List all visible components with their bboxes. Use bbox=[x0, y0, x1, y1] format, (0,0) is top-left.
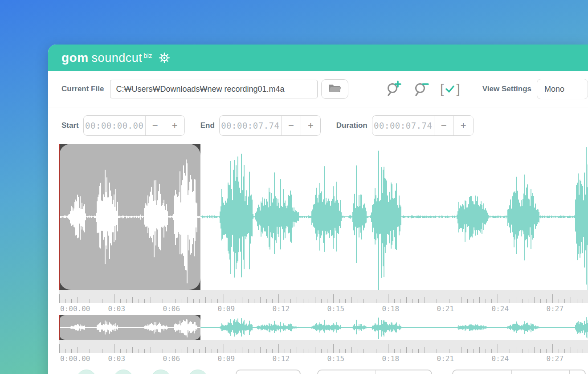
timeline-ruler[interactable] bbox=[59, 290, 588, 303]
overview-ruler[interactable] bbox=[59, 340, 588, 353]
timeline-labels: 0:00.000:030:060:090:120:150:180:210:240… bbox=[59, 303, 588, 315]
time-label: 0:27 bbox=[547, 305, 564, 313]
end-time-field[interactable]: 00:00:07.74 bbox=[220, 116, 281, 135]
duration-time-group: Duration 00:00:07.74 − + bbox=[336, 115, 474, 136]
desktop-background: { "header": { "brand_bold": "gom", "bran… bbox=[0, 0, 588, 374]
action-button-group-1[interactable] bbox=[236, 370, 301, 374]
logo-biz: biz bbox=[143, 52, 152, 59]
time-label: 0:03 bbox=[108, 354, 126, 363]
time-label: 0:15 bbox=[327, 354, 345, 363]
channel-mode-value: Mono bbox=[544, 85, 564, 94]
time-label: 0:24 bbox=[492, 305, 509, 313]
duration-label: Duration bbox=[336, 121, 368, 130]
start-plus-button[interactable]: + bbox=[165, 116, 184, 135]
view-settings-label: View Settings bbox=[482, 85, 531, 94]
zoom-in-icon[interactable] bbox=[385, 80, 403, 98]
duration-plus-button[interactable]: + bbox=[453, 116, 473, 135]
time-label: 0:18 bbox=[382, 305, 400, 313]
start-minus-button[interactable]: − bbox=[145, 116, 165, 135]
app-logo: gom soundcut biz bbox=[61, 51, 152, 65]
time-label: 0:12 bbox=[273, 354, 290, 363]
end-label: End bbox=[200, 121, 215, 130]
start-time-field[interactable]: 00:00:00.00 bbox=[84, 116, 145, 135]
action-button-group-3[interactable] bbox=[452, 370, 586, 374]
app-header: gom soundcut biz bbox=[48, 45, 588, 71]
file-path-value: C:₩Users₩Downloads₩new recording01.m4a bbox=[116, 85, 284, 94]
overview-labels: 0:00.000:030:060:090:120:150:180:210:240… bbox=[59, 353, 588, 365]
current-file-label: Current File bbox=[61, 85, 104, 94]
time-label: 0:18 bbox=[382, 354, 400, 363]
time-label: 0:12 bbox=[273, 305, 290, 313]
select-all-range-icon[interactable]: [ ] bbox=[440, 81, 460, 97]
time-label: 0:06 bbox=[163, 305, 180, 313]
waveform-section: 0:00.000:030:060:090:120:150:180:210:240… bbox=[59, 144, 588, 374]
time-label: 0:15 bbox=[327, 305, 345, 313]
overview-waveform[interactable] bbox=[59, 315, 588, 340]
start-label: Start bbox=[61, 121, 79, 130]
duration-minus-button[interactable]: − bbox=[434, 116, 453, 135]
end-plus-button[interactable]: + bbox=[301, 116, 320, 135]
start-time-group: Start 00:00:00.00 − + bbox=[61, 115, 185, 136]
time-label: 0:06 bbox=[163, 354, 180, 363]
end-minus-button[interactable]: − bbox=[281, 116, 301, 135]
logo-gom: gom bbox=[61, 51, 89, 65]
time-label: 0:24 bbox=[492, 354, 509, 363]
trim-controls: Start 00:00:00.00 − + End 00:00:07.74 − … bbox=[48, 107, 588, 144]
transport-button-3[interactable] bbox=[151, 370, 171, 374]
time-label: 0:00.00 bbox=[60, 354, 90, 363]
time-label: 0:00.00 bbox=[60, 305, 90, 313]
duration-time-field[interactable]: 00:00:07.74 bbox=[372, 116, 434, 135]
file-toolbar: Current File C:₩Users₩Downloads₩new reco… bbox=[48, 71, 588, 107]
main-waveform[interactable] bbox=[59, 144, 588, 290]
time-label: 0:09 bbox=[218, 305, 235, 313]
logo-soundcut: soundcut bbox=[92, 51, 143, 65]
playback-toolbar bbox=[59, 370, 588, 374]
settings-gear-icon[interactable] bbox=[158, 52, 171, 66]
time-label: 0:09 bbox=[218, 354, 235, 363]
time-label: 0:27 bbox=[547, 354, 564, 363]
file-path-input[interactable]: C:₩Users₩Downloads₩new recording01.m4a bbox=[110, 80, 318, 98]
end-time-group: End 00:00:07.74 − + bbox=[200, 115, 321, 136]
wave-tools: [ ] bbox=[385, 80, 460, 98]
open-file-button[interactable] bbox=[321, 79, 348, 99]
folder-open-icon bbox=[328, 83, 341, 95]
channel-mode-select[interactable]: Mono bbox=[537, 79, 588, 99]
action-button-group-2[interactable] bbox=[317, 370, 432, 374]
time-label: 0:03 bbox=[108, 305, 126, 313]
time-label: 0:21 bbox=[437, 305, 454, 313]
app-window: gom soundcut biz Current File C:₩Users₩D… bbox=[48, 45, 588, 374]
zoom-out-icon[interactable] bbox=[412, 80, 430, 98]
time-label: 0:21 bbox=[437, 354, 454, 363]
transport-button-2[interactable] bbox=[114, 370, 133, 374]
transport-button-4[interactable] bbox=[188, 370, 208, 374]
transport-button-1[interactable] bbox=[77, 370, 96, 374]
